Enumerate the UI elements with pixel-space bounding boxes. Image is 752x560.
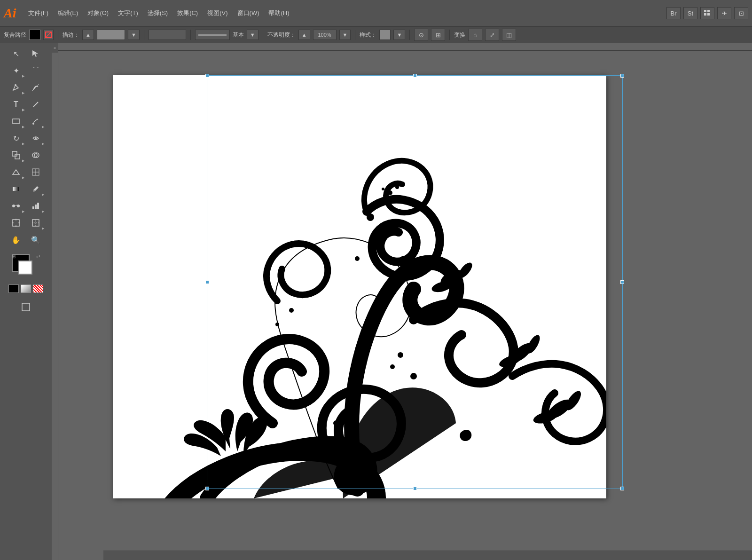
extra-btn[interactable]: ◫ <box>502 29 516 41</box>
menu-text[interactable]: 文字(T) <box>113 7 143 19</box>
rotate-tool-btn[interactable]: ↻▶ <box>6 130 26 147</box>
type-tool-btn[interactable]: T▶ <box>6 96 26 113</box>
svg-rect-2 <box>704 13 706 16</box>
sep6 <box>409 30 410 40</box>
stroke-style-dropdown[interactable] <box>149 30 186 40</box>
symbol-btn[interactable]: ⊙ <box>414 29 428 41</box>
sep1 <box>58 30 58 40</box>
zoom-tool-btn[interactable]: 🔍 <box>26 231 46 248</box>
ruler-top <box>58 43 752 51</box>
handle-mr[interactable] <box>620 280 624 284</box>
svg-rect-0 <box>704 10 706 12</box>
svg-rect-26 <box>35 205 37 209</box>
sep5 <box>355 30 355 40</box>
svg-point-51 <box>289 308 294 313</box>
magic-wand-tool-btn[interactable]: ✦▶ <box>6 62 26 79</box>
line-style-btn[interactable] <box>195 30 230 40</box>
style-swatch[interactable] <box>379 30 391 40</box>
rect-tool-btn[interactable]: ▶ <box>6 113 26 130</box>
color-mode-color[interactable] <box>8 284 19 293</box>
style-label: 样式： <box>360 31 376 39</box>
select-tool-btn[interactable]: ↖ <box>6 45 26 62</box>
artboard <box>113 75 606 498</box>
svg-line-10 <box>33 102 38 107</box>
options-toolbar: 复合路径 描边： ▲ ▼ 基本 ▼ 不透明度： ▲ ▼ 样式： ▼ ⊙ ⊞ 变换… <box>0 26 752 43</box>
fill-swatch[interactable] <box>29 30 40 40</box>
menu-edit[interactable]: 编辑(E) <box>53 7 83 19</box>
swap-colors-icon[interactable]: ⇄ <box>36 254 40 259</box>
stroke-label: 描边： <box>63 31 79 39</box>
pen-alt-tool-btn[interactable] <box>26 79 46 96</box>
stroke-down-btn[interactable]: ▼ <box>128 30 140 40</box>
stroke-swatch[interactable] <box>97 30 125 40</box>
opacity-input[interactable] <box>313 30 337 40</box>
tool-row-1: ↖ <box>0 45 52 62</box>
svg-point-48 <box>390 364 395 369</box>
tool-row-3: ▶ <box>0 79 52 96</box>
svg-rect-15 <box>15 154 20 159</box>
svg-line-5 <box>46 32 51 38</box>
color-mode-gradient[interactable] <box>21 284 31 293</box>
eyedropper-tool-btn[interactable]: ▶ <box>26 181 46 197</box>
handle-br[interactable] <box>620 487 624 490</box>
menubar-right-controls: Br St ✈ ⊡ <box>666 7 748 19</box>
scale-tool-btn[interactable]: ▶ <box>6 147 26 164</box>
blend-tool-btn[interactable]: ▶ <box>6 197 26 214</box>
stock-btn[interactable]: St <box>683 7 697 19</box>
color-mode-none[interactable] <box>33 284 43 293</box>
gradient-tool-btn[interactable] <box>6 181 26 197</box>
floral-artwork <box>113 75 606 498</box>
pen-tool-btn[interactable]: ▶ <box>6 79 26 96</box>
opacity-down-btn[interactable]: ▼ <box>339 30 351 40</box>
pencil-tool-btn[interactable]: ▶ <box>26 113 46 130</box>
pattern-btn[interactable]: ⊞ <box>431 29 445 41</box>
color-area: ⊞ ⇄ <box>8 252 43 293</box>
sep3 <box>190 30 191 40</box>
stroke-icon[interactable] <box>43 30 54 40</box>
svg-line-9 <box>32 84 39 91</box>
hand-tool-btn[interactable]: ✋ <box>6 231 26 248</box>
mesh-tool-btn[interactable] <box>26 164 46 181</box>
line-tool-btn[interactable] <box>26 96 46 113</box>
stroke-up-btn[interactable]: ▲ <box>82 30 94 40</box>
chart-tool-btn[interactable]: ▶ <box>26 197 46 214</box>
sep4 <box>263 30 263 40</box>
line-dropdown[interactable]: ▼ <box>247 30 258 40</box>
canvas-area: « <box>52 43 752 560</box>
opacity-up-btn[interactable]: ▲ <box>298 30 310 40</box>
grid-btn[interactable] <box>700 7 714 19</box>
tool-row-11: ▶ <box>0 214 52 231</box>
menu-window[interactable]: 窗口(W) <box>233 7 264 19</box>
svg-rect-1 <box>707 10 710 12</box>
shape-builder-btn[interactable] <box>26 147 46 164</box>
arrange-transform-btn[interactable]: ⤢ <box>485 29 499 41</box>
handle-tr[interactable] <box>620 74 624 78</box>
menu-select[interactable]: 选择(S) <box>143 7 172 19</box>
opacity-label: 不透明度： <box>267 31 296 39</box>
panel-collapse-btn[interactable]: « <box>52 43 58 53</box>
perspective-tool-btn[interactable]: ▶ <box>6 164 26 181</box>
background-color[interactable] <box>18 260 32 275</box>
slice-tool-btn[interactable]: ▶ <box>26 214 46 231</box>
artboard-tool-btn[interactable] <box>6 214 26 231</box>
menu-effect[interactable]: 效果(C) <box>172 7 203 19</box>
menu-file[interactable]: 文件(F) <box>24 7 53 19</box>
style-dropdown[interactable]: ▼ <box>393 30 405 40</box>
brush-btn[interactable]: ✈ <box>717 7 731 19</box>
lasso-tool-btn[interactable]: ⌒ <box>26 62 46 79</box>
svg-rect-27 <box>37 203 39 209</box>
floral-group <box>169 161 606 498</box>
svg-rect-14 <box>12 151 17 156</box>
menu-view[interactable]: 视图(V) <box>203 7 232 19</box>
menu-object[interactable]: 对象(O) <box>83 7 113 19</box>
menu-help[interactable]: 帮助(H) <box>264 7 294 19</box>
share-btn[interactable]: ⊡ <box>734 7 748 19</box>
reset-colors-icon[interactable]: ⊞ <box>12 254 16 259</box>
draw-mode-btn[interactable] <box>16 299 36 315</box>
svg-point-23 <box>12 205 15 207</box>
direct-select-tool-btn[interactable] <box>26 45 46 62</box>
transform-btn[interactable]: ⌂ <box>468 29 482 41</box>
tool-row-10: ▶ ▶ <box>0 197 52 214</box>
warp-tool-btn[interactable]: ▶ <box>26 130 46 147</box>
arrange-btn[interactable]: Br <box>666 7 681 19</box>
